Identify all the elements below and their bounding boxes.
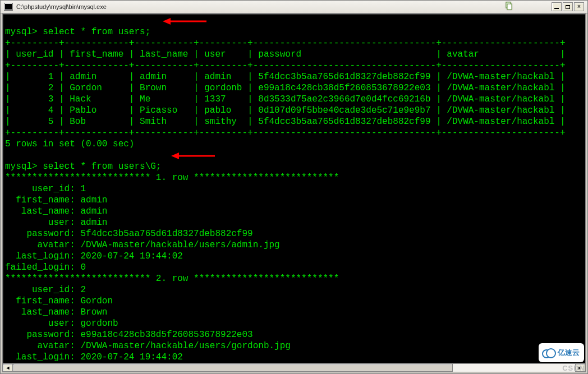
title-bar-title: C:\phpstudy\mysql\bin\mysql.exe	[1, 3, 552, 11]
scroll-left-button[interactable]: ◄	[3, 364, 13, 372]
maximize-button[interactable]	[563, 2, 573, 11]
horizontal-scrollbar[interactable]: ◄ ►	[2, 363, 586, 372]
csdn-watermark: CSDN	[560, 363, 587, 373]
svg-rect-1	[507, 4, 512, 10]
app-window: C:\phpstudy\mysql\bin\mysql.exe × mysql>…	[0, 0, 588, 374]
cloud-icon	[542, 348, 554, 357]
copy-icon[interactable]	[503, 1, 514, 11]
hscroll-track[interactable]	[13, 364, 575, 372]
hscroll-thumb[interactable]	[13, 364, 453, 372]
watermark-text: 亿速云	[558, 348, 580, 358]
terminal[interactable]: mysql> select * from users; +---------+-…	[2, 13, 586, 363]
window-controls: ×	[552, 2, 587, 11]
title-bar: C:\phpstudy\mysql\bin\mysql.exe ×	[1, 1, 587, 13]
close-button[interactable]: ×	[574, 2, 584, 11]
window-title-text: C:\phpstudy\mysql\bin\mysql.exe	[16, 3, 107, 10]
minimize-button[interactable]	[552, 2, 562, 11]
cmd-icon	[4, 3, 13, 11]
terminal-output: mysql> select * from users; +---------+-…	[3, 14, 585, 363]
watermark-badge: 亿速云	[539, 343, 584, 362]
